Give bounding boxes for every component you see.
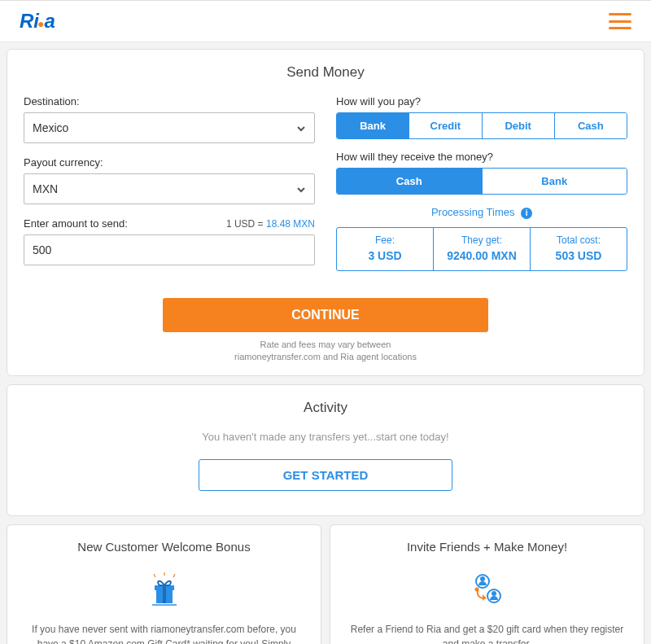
fee-value: 3 USD bbox=[340, 249, 430, 262]
exchange-rate: 1 USD = 18.48 MXN bbox=[226, 218, 315, 230]
pay-method-label: How will you pay? bbox=[336, 95, 627, 107]
amount-input[interactable]: 500 bbox=[24, 234, 315, 265]
cost-summary: Fee: 3 USD They get: 9240.00 MXN Total c… bbox=[336, 227, 627, 271]
receive-option-bank[interactable]: Bank bbox=[482, 169, 627, 194]
brand-logo[interactable]: Ri●a bbox=[20, 11, 55, 31]
destination-label: Destination: bbox=[24, 95, 315, 107]
pay-method-segmented: Bank Credit Debit Cash bbox=[336, 112, 627, 139]
send-money-card: Send Money Destination: Mexico Payout cu… bbox=[7, 49, 644, 376]
gift-icon bbox=[25, 572, 303, 607]
svg-rect-5 bbox=[163, 585, 166, 603]
invite-friends-title: Invite Friends + Make Money! bbox=[348, 540, 626, 554]
total-label: Total cost: bbox=[534, 234, 623, 246]
menu-icon[interactable] bbox=[609, 13, 631, 29]
total-value: 503 USD bbox=[534, 249, 623, 262]
welcome-bonus-text: If you have never sent with riamoneytran… bbox=[25, 622, 303, 644]
activity-title: Activity bbox=[24, 400, 627, 416]
pay-option-credit[interactable]: Credit bbox=[409, 113, 481, 138]
destination-select[interactable]: Mexico bbox=[24, 112, 315, 143]
invite-friends-text: Refer a Friend to Ria and get a $20 gift… bbox=[348, 622, 626, 644]
welcome-bonus-card: New Customer Welcome Bonus If you have n… bbox=[7, 524, 321, 644]
pay-option-debit[interactable]: Debit bbox=[482, 113, 554, 138]
svg-point-12 bbox=[474, 587, 478, 591]
pay-option-cash[interactable]: Cash bbox=[554, 113, 627, 138]
send-money-title: Send Money bbox=[24, 64, 627, 81]
destination-value: Mexico bbox=[33, 121, 68, 134]
activity-card: Activity You haven't made any transfers … bbox=[7, 384, 644, 516]
info-icon[interactable]: i bbox=[521, 208, 532, 219]
fee-label: Fee: bbox=[340, 234, 430, 246]
svg-line-0 bbox=[154, 574, 155, 577]
receive-method-segmented: Cash Bank bbox=[336, 168, 627, 195]
rate-disclaimer: Rate and fees may vary between riamoneyt… bbox=[24, 339, 627, 364]
pay-option-bank[interactable]: Bank bbox=[337, 113, 409, 138]
theyget-value: 9240.00 MXN bbox=[437, 249, 526, 262]
activity-subtitle: You haven't made any transfers yet...sta… bbox=[24, 431, 627, 443]
chevron-down-icon bbox=[296, 123, 306, 133]
get-started-button[interactable]: GET STARTED bbox=[199, 459, 452, 491]
invite-friends-icon bbox=[348, 572, 626, 607]
invite-friends-card: Invite Friends + Make Money! Refer a Fri… bbox=[330, 524, 644, 644]
svg-point-10 bbox=[492, 591, 496, 596]
svg-marker-11 bbox=[483, 594, 486, 601]
currency-label: Payout currency: bbox=[24, 156, 315, 169]
topbar: Ri●a bbox=[0, 0, 651, 42]
processing-times-link[interactable]: Processing Times bbox=[431, 206, 515, 218]
currency-value: MXN bbox=[33, 182, 58, 195]
chevron-down-icon bbox=[296, 184, 306, 194]
receive-option-cash[interactable]: Cash bbox=[337, 169, 482, 194]
currency-select[interactable]: MXN bbox=[24, 173, 315, 204]
amount-label: Enter amount to send: bbox=[24, 217, 128, 230]
svg-point-8 bbox=[480, 576, 485, 581]
welcome-bonus-title: New Customer Welcome Bonus bbox=[25, 540, 303, 554]
theyget-label: They get: bbox=[437, 234, 526, 246]
svg-line-2 bbox=[173, 574, 175, 577]
receive-method-label: How will they receive the money? bbox=[336, 151, 627, 163]
continue-button[interactable]: CONTINUE bbox=[163, 298, 489, 332]
